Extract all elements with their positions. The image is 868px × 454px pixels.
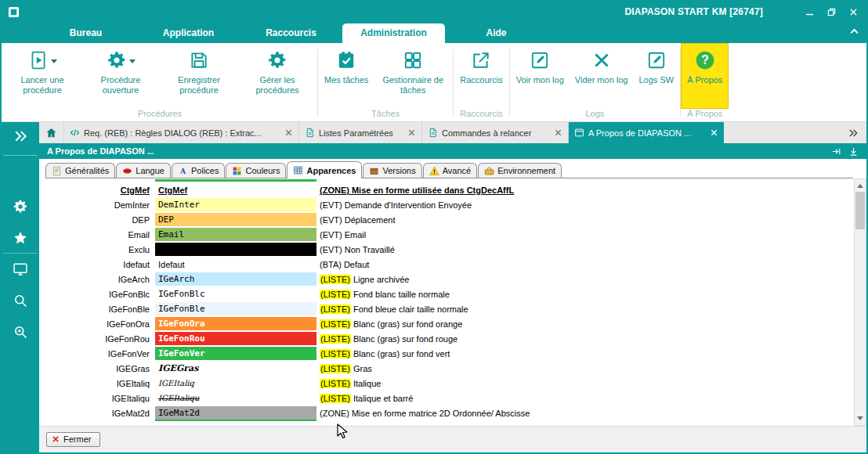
zone-type-badge: (LISTE)	[320, 275, 351, 284]
scrollbar-thumb[interactable]	[855, 192, 865, 229]
appearance-description: Italique et barré	[353, 394, 413, 403]
ribbon-button[interactable]: Enregistrer procédure	[160, 44, 238, 108]
sidebar-button[interactable]	[2, 254, 39, 285]
sidebar-button[interactable]	[2, 191, 39, 222]
appearance-name-cell: IGEItaliq	[45, 376, 155, 391]
sidebar-button[interactable]	[2, 222, 39, 254]
settings-tab[interactable]: Généralités	[45, 163, 115, 178]
ribbon-button[interactable]: Raccourcis	[454, 44, 508, 108]
document-tab[interactable]: Commandes à relancer	[422, 122, 569, 143]
appearance-sample-cell: IGeFonVer	[155, 347, 316, 360]
table-row[interactable]: Exclu Exclu (EVT) Non Travaillé	[45, 242, 853, 257]
ribbon-button[interactable]: Gérer les procédures	[238, 44, 316, 108]
document-tab[interactable]: Listes Paramétrées	[299, 122, 422, 143]
menu-tab[interactable]: Raccourcis	[240, 23, 342, 43]
window-control-button[interactable]	[799, 4, 819, 20]
table-row[interactable]: Idefaut Idefaut (BTA) Defaut	[45, 257, 853, 272]
settings-tab[interactable]: A Polices	[172, 163, 225, 178]
ribbon-button[interactable]: Gestionnaire de tâches	[374, 44, 452, 108]
window-control-button[interactable]	[821, 4, 841, 20]
dropdown-caret-icon[interactable]	[129, 59, 136, 67]
colors-icon	[232, 166, 242, 176]
ribbon-button[interactable]: ? À Propos	[682, 44, 728, 108]
clear-log-icon	[591, 50, 612, 70]
ribbon-button[interactable]: Mes tâches	[319, 44, 374, 108]
close-tab-icon[interactable]	[554, 128, 562, 137]
versions-icon	[369, 166, 379, 176]
table-row[interactable]: IGeFonBle IGeFonBle (LISTE) Fond bleue c…	[45, 301, 853, 316]
body-row: Req. (REB) : Règles DIALOG (REB) : Extra…	[2, 122, 866, 452]
window-control-button[interactable]	[843, 4, 863, 20]
settings-tab[interactable]: Couleurs	[226, 163, 286, 178]
ribbon-button[interactable]: Vider mon log	[570, 44, 634, 108]
table-row[interactable]: IGEItaliqu IGEItaliqu (LISTE) Italique e…	[45, 391, 853, 405]
ribbon-button[interactable]: Logs SW	[633, 44, 679, 108]
table-row[interactable]: Email Email (EVT) Email	[45, 227, 853, 242]
table-row[interactable]: IGeFonOra IGeFonOra (LISTE) Blanc (gras)…	[45, 316, 853, 331]
settings-tab[interactable]: Langue	[116, 163, 171, 178]
ribbon-group-label: Procédures	[3, 108, 316, 121]
fermer-button[interactable]: Fermer	[46, 432, 100, 447]
triangle-down-icon	[857, 416, 863, 423]
table-row[interactable]: IGeMat2d IGeMat2d (ZONE) Mise en forme m…	[45, 405, 853, 420]
chevron-up-icon[interactable]	[848, 26, 860, 38]
home-tab-button[interactable]	[39, 122, 64, 143]
collapse-panel-icon[interactable]	[848, 146, 859, 157]
table-row[interactable]: DemInter DemInter (EVT) Demande d'Interv…	[45, 197, 853, 212]
menu-tab[interactable]: Bureau	[34, 23, 137, 43]
table-row[interactable]: IGeFonRou IGeFonRou (LISTE) Blanc (gras)…	[45, 331, 853, 346]
menu-tab[interactable]: Administration	[342, 23, 445, 43]
ribbon-button[interactable]: Procédure ouverture	[81, 44, 160, 108]
sidebar-button[interactable]	[2, 122, 39, 150]
appearance-sample-cell: Email	[155, 228, 316, 241]
appearance-description: Demande d'Intervention Envoyée	[345, 200, 472, 210]
vertical-scrollbar[interactable]	[854, 178, 866, 426]
menu-tab[interactable]: Application	[137, 23, 240, 43]
close-tab-icon[interactable]	[407, 128, 416, 137]
settings-tab[interactable]: Environnement	[478, 163, 562, 178]
close-icon	[849, 8, 858, 16]
close-tab-icon[interactable]	[710, 128, 718, 137]
table-row[interactable]: IGeFonBlc IGeFonBlc (LISTE) Fond blanc t…	[45, 286, 853, 301]
scroll-down-button[interactable]	[855, 413, 866, 425]
document-tab-label: Listes Paramétrées	[319, 128, 403, 138]
appearance-description: Déplacement	[345, 215, 396, 225]
appearance-desc-cell: (LISTE) Gras	[316, 361, 853, 376]
sidebar-button[interactable]	[2, 285, 39, 316]
panel-title: A Propos de DIAPASON ...	[47, 146, 154, 156]
appearance-sample-cell: IGEItaliqu	[155, 391, 316, 405]
pin-right-icon[interactable]	[831, 146, 841, 157]
settings-tab[interactable]: Avancé	[423, 163, 478, 178]
save-icon	[189, 50, 209, 70]
table-row[interactable]: IGeArch IGeArch (LISTE) Ligne archivée	[45, 272, 853, 286]
document-icon	[305, 128, 315, 138]
ribbon-button-label: Raccourcis	[460, 75, 502, 85]
table-row[interactable]: IGeFonVer IGeFonVer (LISTE) Blanc (gras)…	[45, 346, 853, 361]
green-border-line	[155, 179, 316, 182]
column-header: (ZONE) Mise en forme utilisée dans CtgDe…	[320, 186, 514, 195]
table-row[interactable]: IGEItaliq IGEItaliq (LISTE) Italique	[45, 376, 853, 391]
dropdown-caret-icon[interactable]	[51, 59, 57, 67]
appearance-description: Italique	[353, 379, 381, 388]
document-tab[interactable]: A Propos de DIAPASON ...	[569, 122, 724, 143]
ribbon-button[interactable]: Lancer une procédure	[3, 44, 81, 108]
appearance-name-cell: IGeMat2d	[45, 405, 155, 420]
scroll-up-button[interactable]	[855, 179, 866, 191]
table-row[interactable]: IGEGras IGEGras (LISTE) Gras	[45, 361, 853, 376]
table-row[interactable]: DEP DEP (EVT) Déplacement	[45, 212, 853, 227]
menu-tab[interactable]: Aide	[445, 23, 548, 43]
appearance-description: Defaut	[344, 260, 369, 269]
menubar: Bureau Application Raccourcis Administra…	[2, 22, 866, 43]
group-separator	[509, 49, 510, 117]
appearance-description: Non Travaillé	[345, 245, 395, 254]
ribbon-button[interactable]: Voir mon log	[511, 44, 570, 108]
appearance-name-cell: IGeArch	[45, 272, 155, 286]
close-tab-icon[interactable]	[284, 128, 293, 137]
settings-tab[interactable]: Apparences	[287, 161, 362, 178]
footer-bar: Fermer	[39, 426, 866, 452]
tab-overflow-button[interactable]	[840, 122, 866, 143]
document-tab[interactable]: Req. (REB) : Règles DIALOG (REB) : Extra…	[64, 122, 299, 143]
sidebar-button[interactable]	[2, 316, 39, 348]
settings-tab[interactable]: Versions	[363, 163, 421, 178]
zone-type-badge: (EVT)	[320, 245, 342, 254]
